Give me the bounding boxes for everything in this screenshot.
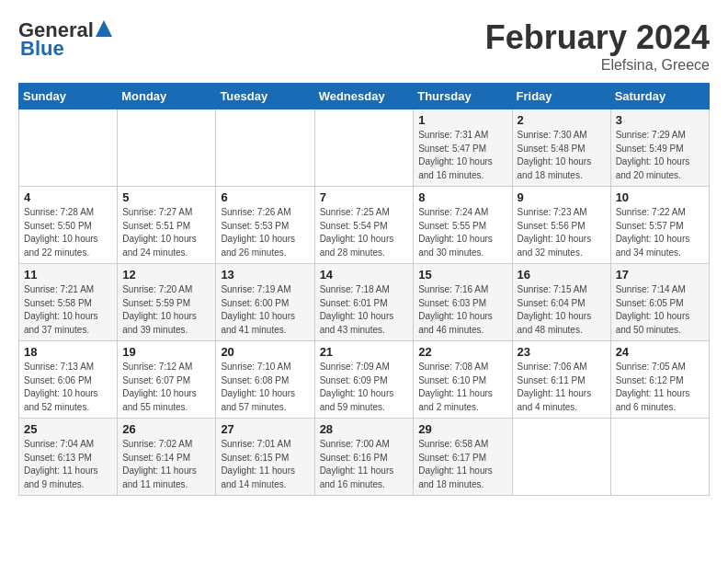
- calendar-cell: 29Sunrise: 6:58 AM Sunset: 6:17 PM Dayli…: [414, 419, 512, 496]
- day-info: Sunrise: 7:09 AM Sunset: 6:09 PM Dayligh…: [320, 361, 409, 414]
- day-number: 26: [122, 422, 210, 436]
- day-info: Sunrise: 7:28 AM Sunset: 5:50 PM Dayligh…: [24, 206, 112, 259]
- svg-marker-0: [96, 20, 112, 37]
- calendar-cell: 14Sunrise: 7:18 AM Sunset: 6:01 PM Dayli…: [314, 264, 414, 341]
- calendar-cell: 8Sunrise: 7:24 AM Sunset: 5:55 PM Daylig…: [414, 187, 512, 264]
- day-number: 8: [418, 190, 506, 204]
- calendar-cell: 4Sunrise: 7:28 AM Sunset: 5:50 PM Daylig…: [19, 187, 118, 264]
- day-info: Sunrise: 7:04 AM Sunset: 6:13 PM Dayligh…: [24, 438, 112, 491]
- day-info: Sunrise: 7:13 AM Sunset: 6:06 PM Dayligh…: [24, 361, 112, 414]
- calendar-week-row: 25Sunrise: 7:04 AM Sunset: 6:13 PM Dayli…: [19, 419, 710, 496]
- day-number: 19: [122, 345, 210, 359]
- calendar-cell: 13Sunrise: 7:19 AM Sunset: 6:00 PM Dayli…: [216, 264, 314, 341]
- day-number: 4: [24, 190, 112, 204]
- day-info: Sunrise: 7:20 AM Sunset: 5:59 PM Dayligh…: [122, 283, 210, 337]
- day-info: Sunrise: 7:08 AM Sunset: 6:10 PM Dayligh…: [418, 361, 506, 414]
- calendar-week-row: 11Sunrise: 7:21 AM Sunset: 5:58 PM Dayli…: [19, 264, 710, 341]
- day-number: 9: [518, 190, 606, 204]
- day-number: 24: [616, 345, 704, 359]
- calendar-cell: 23Sunrise: 7:06 AM Sunset: 6:11 PM Dayli…: [512, 341, 610, 419]
- calendar-cell: 6Sunrise: 7:26 AM Sunset: 5:53 PM Daylig…: [216, 187, 314, 264]
- calendar-title: February 2024: [485, 18, 710, 57]
- day-number: 14: [320, 268, 409, 282]
- day-number: 5: [122, 190, 210, 204]
- calendar-cell: 19Sunrise: 7:12 AM Sunset: 6:07 PM Dayli…: [118, 341, 216, 419]
- day-info: Sunrise: 7:05 AM Sunset: 6:12 PM Dayligh…: [616, 361, 704, 414]
- day-info: Sunrise: 7:27 AM Sunset: 5:51 PM Dayligh…: [122, 206, 210, 259]
- day-info: Sunrise: 7:06 AM Sunset: 6:11 PM Dayligh…: [518, 361, 606, 414]
- weekday-header-friday: Friday: [512, 84, 610, 109]
- calendar-cell: 27Sunrise: 7:01 AM Sunset: 6:15 PM Dayli…: [216, 419, 314, 496]
- day-number: 12: [122, 268, 210, 282]
- day-number: 10: [616, 190, 704, 204]
- day-info: Sunrise: 7:12 AM Sunset: 6:07 PM Dayligh…: [122, 361, 210, 414]
- logo: General Blue: [18, 18, 112, 61]
- calendar-cell: [19, 109, 118, 187]
- day-number: 1: [418, 113, 506, 127]
- calendar-cell: 5Sunrise: 7:27 AM Sunset: 5:51 PM Daylig…: [118, 187, 216, 264]
- calendar-cell: 26Sunrise: 7:02 AM Sunset: 6:14 PM Dayli…: [118, 419, 216, 496]
- day-info: Sunrise: 7:22 AM Sunset: 5:57 PM Dayligh…: [616, 206, 704, 259]
- day-number: 3: [616, 113, 704, 127]
- day-number: 17: [616, 268, 704, 282]
- logo-icon: [96, 20, 112, 37]
- day-number: 23: [518, 345, 606, 359]
- calendar-cell: [118, 109, 216, 187]
- calendar-cell: [512, 419, 610, 496]
- day-info: Sunrise: 7:21 AM Sunset: 5:58 PM Dayligh…: [24, 283, 112, 337]
- day-number: 6: [221, 190, 309, 204]
- day-info: Sunrise: 7:23 AM Sunset: 5:56 PM Dayligh…: [518, 206, 606, 259]
- calendar-cell: 22Sunrise: 7:08 AM Sunset: 6:10 PM Dayli…: [414, 341, 512, 419]
- day-number: 13: [221, 268, 309, 282]
- day-info: Sunrise: 7:16 AM Sunset: 6:03 PM Dayligh…: [418, 283, 506, 337]
- calendar-week-row: 4Sunrise: 7:28 AM Sunset: 5:50 PM Daylig…: [19, 187, 710, 264]
- day-info: Sunrise: 7:25 AM Sunset: 5:54 PM Dayligh…: [320, 206, 409, 259]
- day-info: Sunrise: 7:14 AM Sunset: 6:05 PM Dayligh…: [616, 283, 704, 337]
- day-info: Sunrise: 7:30 AM Sunset: 5:48 PM Dayligh…: [518, 129, 606, 182]
- day-number: 27: [221, 422, 309, 436]
- day-info: Sunrise: 7:02 AM Sunset: 6:14 PM Dayligh…: [122, 438, 210, 491]
- day-number: 2: [518, 113, 606, 127]
- calendar-cell: [314, 109, 414, 187]
- calendar-cell: [216, 109, 314, 187]
- day-number: 29: [418, 422, 506, 436]
- day-info: Sunrise: 7:00 AM Sunset: 6:16 PM Dayligh…: [320, 438, 409, 491]
- calendar-cell: 11Sunrise: 7:21 AM Sunset: 5:58 PM Dayli…: [19, 264, 118, 341]
- day-number: 21: [320, 345, 409, 359]
- calendar-cell: 10Sunrise: 7:22 AM Sunset: 5:57 PM Dayli…: [610, 187, 709, 264]
- calendar-cell: 3Sunrise: 7:29 AM Sunset: 5:49 PM Daylig…: [610, 109, 709, 187]
- calendar-cell: 24Sunrise: 7:05 AM Sunset: 6:12 PM Dayli…: [610, 341, 709, 419]
- day-number: 15: [418, 268, 506, 282]
- day-info: Sunrise: 7:19 AM Sunset: 6:00 PM Dayligh…: [221, 283, 309, 337]
- calendar-subtitle: Elefsina, Greece: [485, 57, 710, 74]
- day-info: Sunrise: 7:10 AM Sunset: 6:08 PM Dayligh…: [221, 361, 309, 414]
- day-number: 28: [320, 422, 409, 436]
- calendar-cell: 1Sunrise: 7:31 AM Sunset: 5:47 PM Daylig…: [414, 109, 512, 187]
- day-number: 7: [320, 190, 409, 204]
- calendar-cell: [610, 419, 709, 496]
- calendar-cell: 18Sunrise: 7:13 AM Sunset: 6:06 PM Dayli…: [19, 341, 118, 419]
- calendar-week-row: 18Sunrise: 7:13 AM Sunset: 6:06 PM Dayli…: [19, 341, 710, 419]
- weekday-header-sunday: Sunday: [19, 84, 118, 109]
- day-info: Sunrise: 7:01 AM Sunset: 6:15 PM Dayligh…: [221, 438, 309, 491]
- day-info: Sunrise: 6:58 AM Sunset: 6:17 PM Dayligh…: [418, 438, 506, 491]
- calendar-cell: 12Sunrise: 7:20 AM Sunset: 5:59 PM Dayli…: [118, 264, 216, 341]
- day-info: Sunrise: 7:15 AM Sunset: 6:04 PM Dayligh…: [518, 283, 606, 337]
- calendar-cell: 17Sunrise: 7:14 AM Sunset: 6:05 PM Dayli…: [610, 264, 709, 341]
- day-info: Sunrise: 7:31 AM Sunset: 5:47 PM Dayligh…: [418, 129, 506, 182]
- logo-blue: Blue: [20, 37, 64, 61]
- day-info: Sunrise: 7:24 AM Sunset: 5:55 PM Dayligh…: [418, 206, 506, 259]
- calendar-cell: 20Sunrise: 7:10 AM Sunset: 6:08 PM Dayli…: [216, 341, 314, 419]
- calendar-cell: 9Sunrise: 7:23 AM Sunset: 5:56 PM Daylig…: [512, 187, 610, 264]
- day-number: 18: [24, 345, 112, 359]
- calendar-week-row: 1Sunrise: 7:31 AM Sunset: 5:47 PM Daylig…: [19, 109, 710, 187]
- day-number: 11: [24, 268, 112, 282]
- page-header: General Blue February 2024 Elefsina, Gre…: [18, 18, 710, 74]
- day-number: 22: [418, 345, 506, 359]
- calendar-cell: 25Sunrise: 7:04 AM Sunset: 6:13 PM Dayli…: [19, 419, 118, 496]
- calendar-cell: 28Sunrise: 7:00 AM Sunset: 6:16 PM Dayli…: [314, 419, 414, 496]
- title-area: February 2024 Elefsina, Greece: [485, 18, 710, 74]
- weekday-header-tuesday: Tuesday: [216, 84, 314, 109]
- weekday-header-row: SundayMondayTuesdayWednesdayThursdayFrid…: [19, 84, 710, 109]
- calendar-cell: 15Sunrise: 7:16 AM Sunset: 6:03 PM Dayli…: [414, 264, 512, 341]
